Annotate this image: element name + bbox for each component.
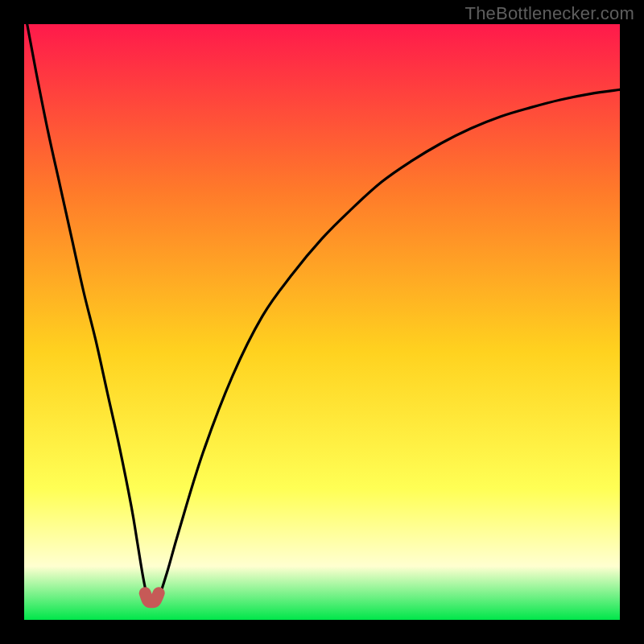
attribution-text: TheBottlenecker.com: [465, 3, 634, 24]
gradient-background: [24, 24, 620, 620]
chart-frame: TheBottlenecker.com: [0, 0, 644, 644]
plot-svg: [24, 24, 620, 620]
plot-area: [24, 24, 620, 620]
minimum-marker: [145, 593, 159, 602]
